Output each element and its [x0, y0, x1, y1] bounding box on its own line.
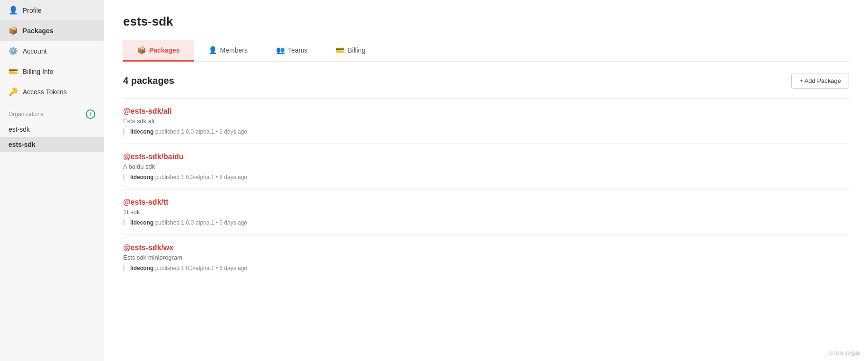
sidebar: 👤Profile📦Packages⚙️Account💳Billing Info🔑… [0, 0, 104, 361]
sidebar-item-label: Billing Info [23, 68, 54, 75]
organizations-label: Organizations [9, 111, 44, 117]
add-package-button[interactable]: + Add Package [791, 73, 849, 89]
teams-tab-label: Teams [288, 46, 307, 54]
package-name[interactable]: @ests-sdk/tt [123, 198, 849, 207]
members-tab-label: Members [220, 46, 248, 54]
sidebar-org-ests-sdk[interactable]: ests-sdk [0, 137, 104, 152]
packages-icon: 📦 [9, 26, 18, 35]
teams-tab-icon: 👥 [276, 46, 285, 54]
billing-tab-label: Billing [348, 46, 365, 54]
package-description: Tt sdk [123, 208, 849, 216]
tab-packages[interactable]: 📦Packages [123, 40, 194, 62]
billing-info-icon: 💳 [9, 67, 18, 76]
tab-teams[interactable]: 👥Teams [262, 40, 322, 62]
package-name[interactable]: @ests-sdk/wx [123, 244, 849, 252]
package-meta: lidecong published 1.0.0-alpha.1 • 6 day… [123, 174, 849, 180]
package-name[interactable]: @ests-sdk/baidu [123, 153, 849, 161]
package-meta: lidecong published 1.0.0-alpha.1 • 6 day… [123, 219, 849, 226]
profile-icon: 👤 [9, 6, 18, 15]
sidebar-item-packages[interactable]: 📦Packages [0, 20, 104, 41]
organizations-section: Organizations + [0, 102, 104, 122]
add-organization-button[interactable]: + [86, 109, 95, 119]
list-item: @ests-sdk/baidu A baidu sdk lidecong pub… [123, 144, 849, 189]
sidebar-item-label: Account [23, 47, 47, 55]
packages-tab-label: Packages [149, 46, 180, 54]
sidebar-item-label: Access Tokens [23, 88, 67, 96]
footer-note: CSDN @怪晔 [829, 350, 860, 357]
list-item: @ests-sdk/ali Ests sdk ali lidecong publ… [123, 98, 849, 144]
sidebar-item-access-tokens[interactable]: 🔑Access Tokens [0, 81, 104, 102]
main-content: ests-sdk 📦Packages👤Members👥Teams💳Billing… [104, 0, 868, 361]
package-meta: lidecong published 1.0.0-alpha.1 • 6 day… [123, 128, 849, 135]
package-description: Ests sdk ali [123, 117, 849, 125]
sidebar-item-label: Packages [23, 27, 54, 35]
list-item: @ests-sdk/tt Tt sdk lidecong published 1… [123, 189, 849, 235]
package-description: A baidu sdk [123, 163, 849, 170]
sidebar-org-est-sdk[interactable]: est-sdk [0, 122, 104, 137]
sidebar-item-label: Profile [23, 7, 42, 14]
package-meta: lidecong published 1.0.0-alpha.1 • 6 day… [123, 265, 849, 271]
page-title: ests-sdk [123, 14, 849, 29]
sidebar-item-account[interactable]: ⚙️Account [0, 41, 104, 61]
account-icon: ⚙️ [9, 46, 18, 55]
billing-tab-icon: 💳 [336, 46, 345, 54]
packages-count: 4 packages [123, 75, 174, 86]
tab-billing[interactable]: 💳Billing [322, 40, 379, 62]
sidebar-item-profile[interactable]: 👤Profile [0, 0, 104, 20]
package-description: Ests sdk miniprogram [123, 254, 849, 261]
package-list: @ests-sdk/ali Ests sdk ali lidecong publ… [123, 98, 849, 280]
access-tokens-icon: 🔑 [9, 87, 18, 96]
sidebar-item-billing-info[interactable]: 💳Billing Info [0, 61, 104, 81]
tab-members[interactable]: 👤Members [194, 40, 262, 62]
package-name[interactable]: @ests-sdk/ali [123, 107, 849, 116]
members-tab-icon: 👤 [208, 46, 217, 54]
packages-header: 4 packages + Add Package [123, 73, 849, 89]
list-item: @ests-sdk/wx Ests sdk miniprogram lideco… [123, 235, 849, 280]
packages-tab-icon: 📦 [137, 46, 146, 54]
tabs-bar: 📦Packages👤Members👥Teams💳Billing [123, 40, 849, 62]
